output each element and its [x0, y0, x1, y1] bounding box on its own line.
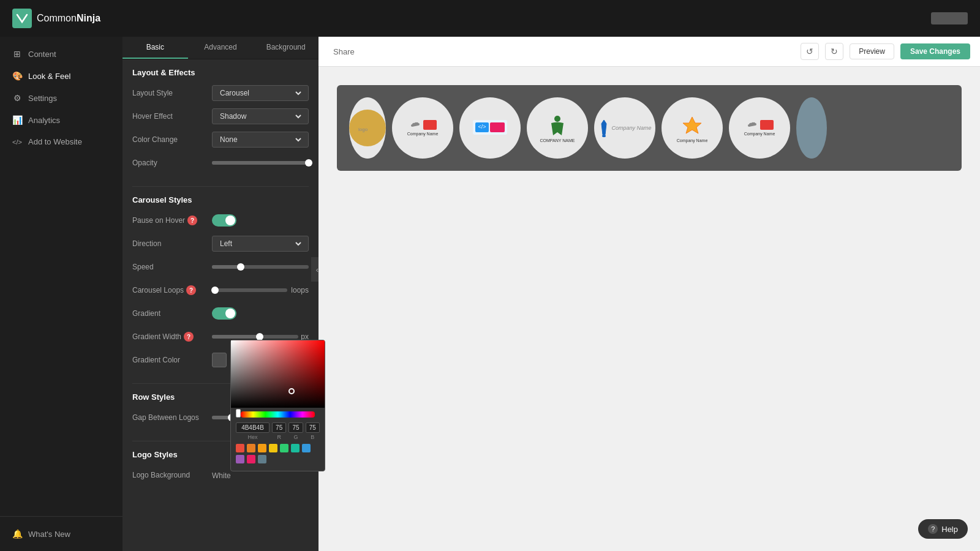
help-button[interactable]: ? Help	[918, 519, 968, 539]
sidebar-bottom: 🔔 What's New	[0, 516, 123, 551]
logo-background-value: White	[212, 471, 231, 480]
tab-background[interactable]: Background	[253, 37, 318, 59]
carousel-loops-row: Carousel Loops ? loops	[132, 282, 309, 299]
company-name-1: Company Name	[407, 132, 439, 136]
logo-icons-4: Company Name	[598, 119, 651, 137]
r-input-group: 75 R	[272, 422, 286, 440]
preset-color-amber[interactable]	[258, 444, 266, 452]
sidebar-item-analytics[interactable]: 📊 Analytics	[0, 109, 123, 131]
logo-item-partial-right	[796, 97, 827, 159]
color-change-dropdown[interactable]: None Grayscale	[212, 132, 309, 148]
hover-effect-dropdown[interactable]: Shadow None Zoom	[212, 108, 309, 124]
hover-effect-label: Hover Effect	[132, 112, 212, 121]
layout-style-row: Layout Style Carousel Grid Marquee	[132, 84, 309, 102]
gradient-color-label: Gradient Color	[132, 356, 212, 364]
direction-select[interactable]: Left Right	[217, 239, 303, 249]
hover-effect-control[interactable]: Shadow None Zoom	[212, 108, 309, 124]
hue-thumb[interactable]	[236, 409, 241, 418]
app-logo: CommonNinja	[12, 9, 100, 28]
gradient-label: Gradient	[132, 309, 212, 318]
preset-color-orange[interactable]	[247, 444, 255, 452]
look-feel-icon: 🎨	[12, 71, 22, 81]
share-button[interactable]: Share	[328, 45, 360, 59]
help-icon: ?	[928, 524, 938, 534]
svg-text:logo: logo	[358, 127, 368, 132]
canvas-toolbar: Share ↺ ↻ Preview Save Changes	[318, 37, 980, 67]
panel-tabs: Basic Advanced Background	[123, 37, 318, 59]
g-input-group: 75 G	[288, 422, 303, 440]
logo-background-label: Logo Background	[132, 471, 212, 479]
company-name-4-italic: Company Name	[611, 125, 651, 131]
gradient-toggle-knob	[225, 309, 235, 318]
direction-dropdown[interactable]: Left Right	[212, 236, 309, 252]
sidebar-item-content[interactable]: ⊞ Content	[0, 43, 123, 65]
gradient-toggle-switch[interactable]	[212, 307, 236, 320]
sidebar-item-settings[interactable]: ⚙ Settings	[0, 87, 123, 109]
speed-slider-container	[212, 261, 309, 272]
layout-style-dropdown[interactable]: Carousel Grid Marquee	[212, 85, 309, 101]
b-input[interactable]: 75	[306, 422, 320, 433]
direction-control[interactable]: Left Right	[212, 236, 309, 252]
sidebar-item-whats-new[interactable]: 🔔 What's New	[0, 523, 123, 545]
carousel-loops-slider[interactable]	[212, 288, 287, 292]
preset-color-red[interactable]	[236, 444, 244, 452]
company-name-5: Company Name	[677, 138, 708, 143]
hover-effect-select[interactable]: Shadow None Zoom	[217, 111, 303, 121]
logo-svg-1: logo	[355, 119, 380, 137]
gradient-toggle[interactable]	[212, 307, 309, 320]
preset-color-purple[interactable]	[236, 455, 244, 463]
analytics-icon: 📊	[12, 115, 22, 125]
preset-color-teal[interactable]	[291, 444, 300, 452]
preview-button[interactable]: Preview	[850, 43, 894, 59]
sidebar-item-look-feel[interactable]: 🎨 Look & Feel	[0, 65, 123, 87]
pause-on-hover-label: Pause on Hover ?	[132, 216, 212, 225]
layout-effects-title: Layout & Effects	[132, 68, 309, 77]
color-change-control[interactable]: None Grayscale	[212, 132, 309, 148]
logo-content-2: </>	[473, 120, 507, 137]
opacity-slider[interactable]	[212, 161, 309, 165]
hex-input[interactable]: 4B4B4B	[236, 422, 270, 433]
preset-color-blue-gray[interactable]	[258, 455, 266, 463]
settings-panel: Basic Advanced Background Layout & Effec…	[123, 37, 318, 551]
color-change-label: Color Change	[132, 135, 212, 144]
pause-on-hover-toggle[interactable]	[212, 214, 309, 227]
gradient-width-slider[interactable]	[212, 335, 298, 339]
gradient-color-swatch[interactable]	[212, 353, 227, 367]
hue-bar[interactable]	[241, 411, 315, 418]
logo-item-2: </>	[459, 97, 521, 159]
logo-background-control: White	[212, 471, 309, 480]
preset-color-yellow[interactable]	[269, 444, 277, 452]
speed-slider[interactable]	[212, 265, 309, 269]
color-gradient-area[interactable]	[231, 340, 325, 408]
pause-on-hover-help[interactable]: ?	[187, 216, 197, 225]
whats-new-icon: 🔔	[12, 529, 22, 539]
logo-cloud	[409, 120, 422, 130]
settings-icon: ⚙	[12, 93, 22, 103]
save-changes-button[interactable]: Save Changes	[900, 43, 970, 59]
pause-on-hover-toggle-switch[interactable]	[212, 214, 236, 227]
sidebar-item-add-to-website[interactable]: </> Add to Website	[0, 131, 123, 152]
color-inputs: 4B4B4B Hex 75 R 75 G 75 B	[231, 419, 325, 441]
logo-blue-text: </>	[475, 122, 488, 132]
layout-style-control[interactable]: Carousel Grid Marquee	[212, 85, 309, 101]
preset-color-pink[interactable]	[247, 455, 255, 463]
layout-style-select[interactable]: Carousel Grid Marquee	[217, 88, 303, 98]
g-input[interactable]: 75	[288, 422, 303, 433]
logo-icons-2: </>	[473, 120, 507, 135]
direction-row: Direction Left Right	[132, 235, 309, 252]
logo-content-3: COMPANY NAME	[540, 114, 575, 143]
logo-red-box-2	[760, 120, 774, 130]
tab-advanced[interactable]: Advanced	[188, 37, 254, 59]
r-input[interactable]: 75	[272, 422, 286, 433]
logo-item-5: Company Name	[662, 97, 723, 159]
undo-button[interactable]: ↺	[801, 43, 819, 60]
direction-label: Direction	[132, 239, 212, 248]
add-to-website-icon: </>	[12, 138, 22, 146]
tab-basic[interactable]: Basic	[123, 37, 188, 59]
preset-color-blue[interactable]	[302, 444, 311, 452]
carousel-loops-help[interactable]: ?	[186, 285, 196, 295]
gradient-width-help[interactable]: ?	[184, 332, 194, 342]
redo-button[interactable]: ↻	[825, 43, 843, 60]
color-change-select[interactable]: None Grayscale	[217, 135, 303, 144]
preset-color-green[interactable]	[280, 444, 288, 452]
